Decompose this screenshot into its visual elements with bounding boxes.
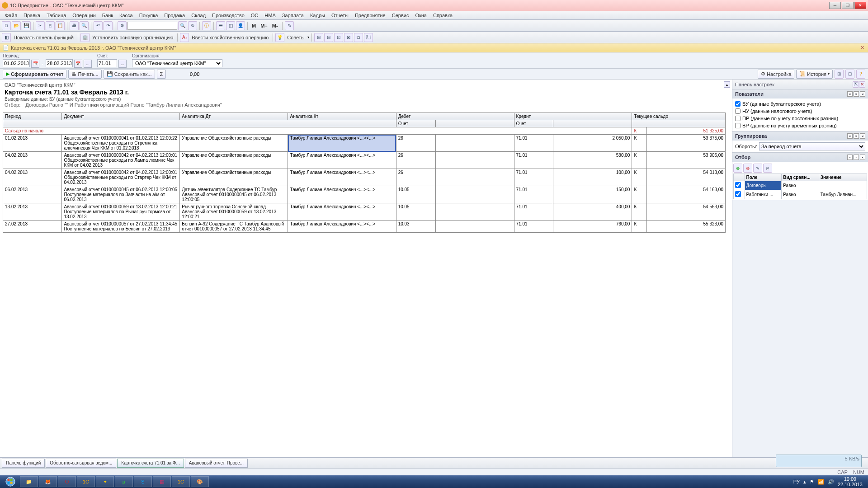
- cal-from-icon[interactable]: 📅: [31, 60, 39, 68]
- ind-left-icon[interactable]: «: [847, 91, 853, 97]
- m-button[interactable]: M: [250, 23, 258, 28]
- menu-банк[interactable]: Банк: [99, 13, 116, 18]
- menu-покупка[interactable]: Покупка: [136, 13, 161, 18]
- table-row[interactable]: 06.02.2013Авансовый отчет 00100000045 от…: [3, 186, 726, 203]
- tool6-icon[interactable]: ⿺: [364, 33, 373, 42]
- date-to-input[interactable]: [46, 59, 73, 67]
- cut-icon[interactable]: ✂: [36, 21, 45, 30]
- menu-отчеты[interactable]: Отчеты: [328, 13, 352, 18]
- menu-сервис[interactable]: Сервис: [389, 13, 412, 18]
- tree-icon[interactable]: ◫: [226, 21, 235, 30]
- filter-row[interactable]: Работники ...РавноТамбур Лилиан...: [734, 190, 867, 199]
- menu-таблица[interactable]: Таблица: [43, 13, 69, 18]
- filter-copy-icon[interactable]: ⎘: [763, 164, 772, 173]
- app3-task[interactable]: ▦: [153, 476, 171, 487]
- settings-button[interactable]: ⚙Настройка: [758, 70, 794, 79]
- start-button[interactable]: [2, 476, 19, 488]
- period-more-button[interactable]: ...: [84, 60, 92, 68]
- set-org-button[interactable]: Установить основную организацию: [90, 35, 175, 40]
- torrent-task[interactable]: μ: [115, 476, 133, 487]
- menu-зарплата[interactable]: Зарплата: [279, 13, 307, 18]
- org-icon[interactable]: 🏢: [80, 33, 90, 42]
- indicator-check[interactable]: ПР (данные по учету постоянных разниц): [735, 115, 865, 122]
- grp-left-icon[interactable]: «: [847, 133, 853, 139]
- menu-производство[interactable]: Производство: [209, 13, 248, 18]
- menu-операции[interactable]: Операции: [69, 13, 99, 18]
- grp-right-icon[interactable]: »: [854, 133, 859, 139]
- menu-окна[interactable]: Окна: [412, 13, 430, 18]
- firefox-task[interactable]: 🦊: [39, 476, 57, 487]
- filter-row[interactable]: ДоговорыРавно: [734, 181, 867, 190]
- advice-button[interactable]: Советы: [285, 35, 306, 40]
- menu-кадры[interactable]: Кадры: [307, 13, 328, 18]
- tool5-icon[interactable]: ⧉: [354, 33, 363, 42]
- search-input[interactable]: [127, 22, 177, 30]
- history-button[interactable]: 📜История▾: [796, 70, 833, 79]
- scroll-top-icon[interactable]: ▴: [724, 81, 730, 88]
- tray-net-icon[interactable]: 📶: [818, 479, 824, 485]
- flt-left-icon[interactable]: «: [847, 155, 853, 160]
- list-icon[interactable]: ☰: [216, 21, 225, 30]
- menu-нма[interactable]: НМА: [261, 13, 278, 18]
- grp-x-icon[interactable]: ×: [860, 133, 865, 139]
- filter-table[interactable]: ПолеВид сравн...ЗначениеДоговорыРавноРаб…: [733, 174, 867, 199]
- menu-справка[interactable]: Справка: [430, 13, 456, 18]
- flt-x-icon[interactable]: ×: [860, 155, 865, 160]
- save-as-button[interactable]: 💾Сохранить как...: [104, 70, 155, 79]
- tool3-icon[interactable]: ⊡: [334, 33, 343, 42]
- close-button[interactable]: ✕: [854, 2, 866, 9]
- help2-icon[interactable]: ?: [856, 70, 865, 79]
- calc-icon[interactable]: ⚙: [118, 21, 127, 30]
- filter-add-icon[interactable]: ⊕: [733, 164, 742, 173]
- indicator-check[interactable]: ВР (данные по учету временных разниц): [735, 122, 865, 129]
- print-icon[interactable]: 🖶: [70, 21, 79, 30]
- m-plus-button[interactable]: M+: [259, 23, 269, 28]
- search-icon[interactable]: 🔍: [178, 21, 187, 30]
- menu-файл[interactable]: Файл: [2, 13, 20, 18]
- tray-time[interactable]: 10:09: [838, 476, 863, 482]
- table-row[interactable]: 04.02.2013Авансовый отчет 00100000042 от…: [3, 152, 726, 169]
- style-icon[interactable]: ✎: [285, 21, 294, 30]
- tray-up-icon[interactable]: ▴: [803, 479, 806, 485]
- task-tab[interactable]: Панель функций: [2, 459, 45, 468]
- task-tab[interactable]: Карточка счета 71.01 за Ф...: [117, 459, 184, 468]
- table-row[interactable]: 13.02.2013Авансовый отчет 00100000059 от…: [3, 203, 726, 221]
- col-header[interactable]: Аналитика Кт: [288, 113, 396, 120]
- ind-x-icon[interactable]: ×: [860, 91, 865, 97]
- menu-ос[interactable]: ОС: [248, 13, 262, 18]
- opera-task[interactable]: O: [58, 476, 76, 487]
- tray-flag-icon[interactable]: ⚑: [810, 479, 814, 485]
- paint-task[interactable]: 🎨: [191, 476, 209, 487]
- indicator-check[interactable]: НУ (данные налогового учета): [735, 108, 865, 115]
- advice-icon[interactable]: 💡: [275, 33, 284, 42]
- form-report-button[interactable]: ▶Сформировать отчет: [3, 70, 66, 79]
- help-icon[interactable]: ⓘ: [202, 21, 211, 30]
- table-row[interactable]: 04.02.2013Авансовый отчет 00100000042 от…: [3, 169, 726, 186]
- turnover-select[interactable]: За период отчета: [759, 142, 865, 150]
- col-header[interactable]: Текущее сальдо: [632, 113, 726, 120]
- tab-close-icon[interactable]: ✕: [859, 45, 865, 51]
- skype-task[interactable]: S: [134, 476, 152, 487]
- col-header[interactable]: Документ: [62, 113, 180, 120]
- enter-op-button[interactable]: Ввести хозяйственную операцию: [190, 35, 270, 40]
- extra1-icon[interactable]: ⊞: [835, 70, 844, 79]
- col-header[interactable]: Дебет: [396, 113, 514, 120]
- menu-касса[interactable]: Касса: [116, 13, 136, 18]
- user-icon[interactable]: 👤: [236, 21, 245, 30]
- print-button[interactable]: 🖶Печать...: [68, 70, 101, 79]
- lang-indicator[interactable]: РУ: [793, 479, 800, 484]
- org-select[interactable]: ОАО "Технический центр ККМ": [132, 59, 222, 67]
- task-tab[interactable]: Оборотно-сальдовая ведом...: [46, 459, 116, 468]
- minimize-button[interactable]: ─: [829, 2, 841, 9]
- report-table[interactable]: ПериодДокументАналитика ДтАналитика КтДе…: [3, 113, 726, 233]
- flt-right-icon[interactable]: »: [854, 155, 859, 160]
- tool2-icon[interactable]: ⊟: [324, 33, 333, 42]
- refresh-icon[interactable]: ↻: [188, 21, 197, 30]
- redo-icon[interactable]: ↷: [104, 21, 113, 30]
- table-row[interactable]: 27.02.2013Авансовый отчет 00100000057 от…: [3, 221, 726, 233]
- copy-icon[interactable]: ⎘: [46, 21, 55, 30]
- account-input[interactable]: [97, 59, 117, 67]
- show-panel-button[interactable]: Показать панель функций: [12, 35, 75, 40]
- indicator-check[interactable]: БУ (данные бухгалтерского учета): [735, 100, 865, 108]
- extra2-icon[interactable]: ⊡: [845, 70, 854, 79]
